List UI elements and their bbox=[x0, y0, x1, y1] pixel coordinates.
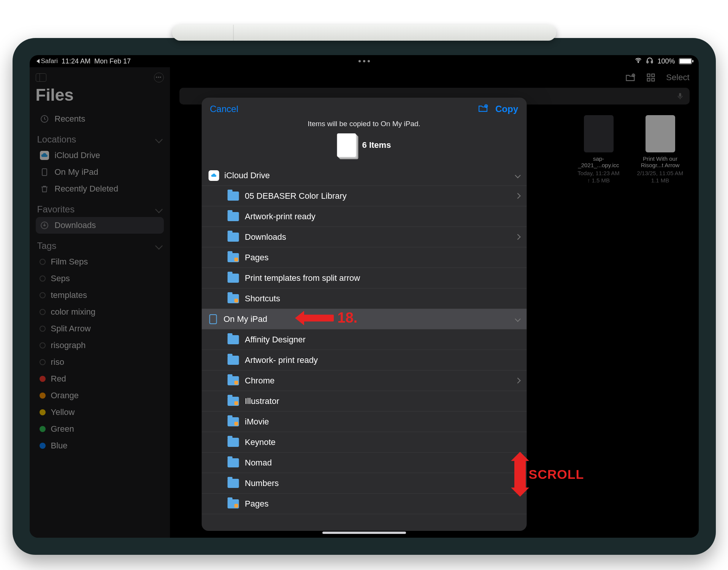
tree-row[interactable]: iCloud Drive bbox=[201, 165, 527, 186]
sidebar-tag[interactable]: Blue bbox=[36, 437, 164, 454]
tree-row[interactable]: Keynote bbox=[201, 432, 527, 453]
tree-row-label: Downloads bbox=[245, 232, 286, 242]
tree-row[interactable]: Nomad bbox=[201, 453, 527, 473]
multitask-dots[interactable] bbox=[358, 60, 370, 62]
icloud-icon bbox=[208, 170, 219, 181]
ipad-icon bbox=[209, 314, 217, 324]
tree-row-label: Artwork-print ready bbox=[245, 212, 316, 222]
status-bar: Safari 11:24 AM Mon Feb 17 100% bbox=[30, 55, 699, 67]
tag-label: Split Arrow bbox=[51, 324, 91, 334]
copy-button[interactable]: Copy bbox=[495, 104, 518, 114]
tree-row[interactable]: Artwork- print ready bbox=[201, 350, 527, 370]
cancel-button[interactable]: Cancel bbox=[210, 104, 238, 114]
folder-icon bbox=[227, 479, 239, 488]
tree-row[interactable]: 05 DEBASER Color Library bbox=[201, 186, 527, 206]
file-thumbnail bbox=[646, 115, 675, 152]
tag-label: riso bbox=[51, 357, 64, 367]
svg-rect-1 bbox=[647, 61, 648, 63]
tree-row[interactable]: Shortcuts bbox=[201, 288, 527, 309]
sidebar[interactable]: ••• Files Recents Locations iCloud Drive… bbox=[30, 67, 170, 538]
home-indicator[interactable] bbox=[322, 532, 406, 534]
chevron-right-icon bbox=[515, 234, 521, 240]
screen: Safari 11:24 AM Mon Feb 17 100% bbox=[30, 55, 699, 538]
tree-row[interactable]: Numbers bbox=[201, 473, 527, 494]
sidebar-item[interactable]: Recently Deleted bbox=[36, 180, 164, 197]
icloud-icon bbox=[40, 150, 49, 160]
view-grid-icon[interactable] bbox=[646, 72, 656, 83]
tree-row[interactable]: iMovie bbox=[201, 412, 527, 432]
tree-row-label: Nomad bbox=[245, 458, 272, 468]
tree-row-label: Chrome bbox=[245, 376, 274, 386]
annotation-step-label: 18. bbox=[338, 310, 358, 326]
sidebar-tag[interactable]: Film Seps bbox=[36, 253, 164, 270]
sidebar-tag[interactable]: risograph bbox=[36, 337, 164, 354]
sidebar-item[interactable]: iCloud Drive bbox=[36, 147, 164, 164]
tree-row[interactable]: Pages bbox=[201, 247, 527, 268]
sidebar-item-recents[interactable]: Recents bbox=[36, 111, 164, 127]
sidebar-more-icon[interactable]: ••• bbox=[154, 73, 164, 82]
tree-row-label: Shortcuts bbox=[245, 294, 280, 304]
tree-row[interactable]: Downloads bbox=[201, 227, 527, 247]
back-to-app[interactable]: Safari bbox=[36, 57, 58, 65]
svg-rect-5 bbox=[42, 169, 47, 176]
tag-dot-icon bbox=[40, 276, 46, 282]
sidebar-tag[interactable]: Split Arrow bbox=[36, 320, 164, 337]
app-title: Files bbox=[36, 86, 164, 104]
sidebar-item-label: Downloads bbox=[55, 220, 96, 230]
new-folder-icon[interactable] bbox=[477, 103, 489, 115]
file-size: 1.1 MB bbox=[637, 177, 684, 184]
sidebar-tag[interactable]: riso bbox=[36, 354, 164, 370]
chevron-down-icon bbox=[515, 316, 521, 322]
tree-row-label: 05 DEBASER Color Library bbox=[245, 191, 347, 201]
status-date: Mon Feb 17 bbox=[94, 57, 131, 65]
sidebar-tag[interactable]: Seps bbox=[36, 270, 164, 287]
tree-row[interactable]: Pages bbox=[201, 494, 527, 514]
wifi-icon bbox=[634, 57, 642, 66]
tree-row[interactable]: Illustrator bbox=[201, 391, 527, 412]
chevron-down-icon bbox=[515, 173, 521, 179]
sidebar-tag[interactable]: Green bbox=[36, 421, 164, 437]
folder-icon bbox=[227, 274, 239, 283]
tag-label: Seps bbox=[51, 274, 70, 283]
tree-row-label: Numbers bbox=[245, 478, 279, 488]
sidebar-item-downloads[interactable]: Downloads bbox=[36, 217, 164, 234]
tree-row[interactable]: Chrome bbox=[201, 370, 527, 391]
file-thumbnail bbox=[584, 115, 614, 152]
tree-row[interactable]: Affinity Designer bbox=[201, 329, 527, 350]
svg-rect-8 bbox=[647, 74, 650, 77]
file-item[interactable]: sap-_2021_...opy.iccToday, 11:23 AM↑ 1.5… bbox=[576, 115, 622, 184]
copy-destination-modal: Cancel Copy Items will be copied to On M… bbox=[201, 98, 527, 531]
arrow-left-icon bbox=[303, 315, 334, 321]
section-locations[interactable]: Locations bbox=[37, 134, 164, 145]
sidebar-item-label: iCloud Drive bbox=[55, 150, 100, 160]
modal-subtitle: Items will be copied to On My iPad. bbox=[201, 120, 527, 128]
tree-row[interactable]: Print templates from split arrow bbox=[201, 268, 527, 288]
sidebar-item-label: On My iPad bbox=[55, 167, 98, 177]
folder-icon bbox=[227, 212, 239, 221]
section-favorites[interactable]: Favorites bbox=[37, 204, 164, 215]
ipad-icon bbox=[40, 167, 49, 177]
folder-icon bbox=[227, 335, 239, 344]
sidebar-toggle-icon[interactable] bbox=[36, 73, 46, 82]
tree-row-label: iCloud Drive bbox=[224, 171, 270, 180]
sidebar-tag[interactable]: templates bbox=[36, 287, 164, 304]
tag-label: Film Seps bbox=[51, 257, 88, 267]
ipad-device-frame: Safari 11:24 AM Mon Feb 17 100% bbox=[13, 38, 716, 555]
tag-label: Blue bbox=[51, 441, 68, 451]
sidebar-tag[interactable]: Orange bbox=[36, 387, 164, 404]
tree-row-label: Keynote bbox=[245, 437, 276, 447]
tag-dot-icon bbox=[40, 342, 46, 348]
new-folder-icon[interactable] bbox=[625, 72, 636, 83]
tree-row[interactable]: Artwork-print ready bbox=[201, 206, 527, 227]
tree-row[interactable]: On My iPad bbox=[201, 309, 527, 329]
select-button[interactable]: Select bbox=[666, 73, 689, 82]
sidebar-tag[interactable]: Red bbox=[36, 370, 164, 387]
sidebar-tag[interactable]: Yellow bbox=[36, 404, 164, 421]
section-tags[interactable]: Tags bbox=[37, 241, 164, 251]
destination-tree[interactable]: iCloud Drive05 DEBASER Color LibraryArtw… bbox=[201, 165, 527, 531]
tag-dot-icon bbox=[40, 443, 46, 449]
sidebar-item[interactable]: On My iPad bbox=[36, 164, 164, 180]
file-item[interactable]: Print With our Risogr...t Arrow2/13/25, … bbox=[637, 115, 684, 184]
annotation-scroll-label: SCROLL bbox=[529, 467, 584, 482]
sidebar-tag[interactable]: color mixing bbox=[36, 304, 164, 320]
